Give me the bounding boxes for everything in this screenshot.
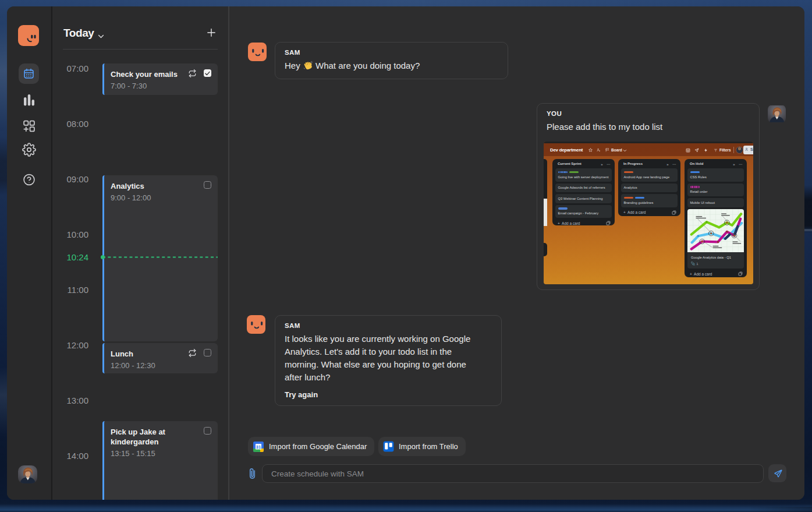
svg-text:31: 31: [256, 444, 261, 449]
